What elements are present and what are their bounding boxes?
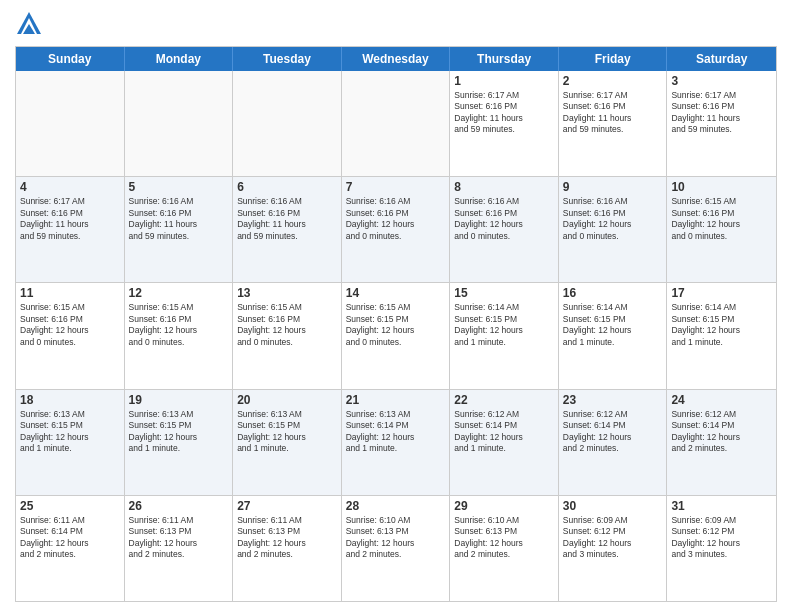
cell-info: Sunrise: 6:15 AM Sunset: 6:16 PM Dayligh…: [237, 302, 337, 348]
calendar-cell: 19Sunrise: 6:13 AM Sunset: 6:15 PM Dayli…: [125, 390, 234, 495]
calendar-header-cell: Wednesday: [342, 47, 451, 71]
cell-info: Sunrise: 6:17 AM Sunset: 6:16 PM Dayligh…: [563, 90, 663, 136]
calendar-header-cell: Sunday: [16, 47, 125, 71]
cell-info: Sunrise: 6:14 AM Sunset: 6:15 PM Dayligh…: [563, 302, 663, 348]
calendar-row: 11Sunrise: 6:15 AM Sunset: 6:16 PM Dayli…: [16, 282, 776, 388]
day-number: 13: [237, 286, 337, 300]
day-number: 21: [346, 393, 446, 407]
day-number: 6: [237, 180, 337, 194]
day-number: 28: [346, 499, 446, 513]
cell-info: Sunrise: 6:12 AM Sunset: 6:14 PM Dayligh…: [671, 409, 772, 455]
calendar-cell: 27Sunrise: 6:11 AM Sunset: 6:13 PM Dayli…: [233, 496, 342, 601]
day-number: 4: [20, 180, 120, 194]
calendar-cell: 3Sunrise: 6:17 AM Sunset: 6:16 PM Daylig…: [667, 71, 776, 176]
calendar-cell: 23Sunrise: 6:12 AM Sunset: 6:14 PM Dayli…: [559, 390, 668, 495]
day-number: 10: [671, 180, 772, 194]
calendar-cell: 8Sunrise: 6:16 AM Sunset: 6:16 PM Daylig…: [450, 177, 559, 282]
calendar-header: SundayMondayTuesdayWednesdayThursdayFrid…: [16, 47, 776, 71]
day-number: 29: [454, 499, 554, 513]
day-number: 5: [129, 180, 229, 194]
calendar-cell: 12Sunrise: 6:15 AM Sunset: 6:16 PM Dayli…: [125, 283, 234, 388]
calendar-cell: 1Sunrise: 6:17 AM Sunset: 6:16 PM Daylig…: [450, 71, 559, 176]
day-number: 31: [671, 499, 772, 513]
cell-info: Sunrise: 6:15 AM Sunset: 6:16 PM Dayligh…: [129, 302, 229, 348]
cell-info: Sunrise: 6:10 AM Sunset: 6:13 PM Dayligh…: [346, 515, 446, 561]
calendar: SundayMondayTuesdayWednesdayThursdayFrid…: [15, 46, 777, 602]
calendar-cell: 25Sunrise: 6:11 AM Sunset: 6:14 PM Dayli…: [16, 496, 125, 601]
day-number: 1: [454, 74, 554, 88]
cell-info: Sunrise: 6:14 AM Sunset: 6:15 PM Dayligh…: [454, 302, 554, 348]
day-number: 18: [20, 393, 120, 407]
cell-info: Sunrise: 6:13 AM Sunset: 6:15 PM Dayligh…: [129, 409, 229, 455]
calendar-cell: 17Sunrise: 6:14 AM Sunset: 6:15 PM Dayli…: [667, 283, 776, 388]
calendar-cell: 13Sunrise: 6:15 AM Sunset: 6:16 PM Dayli…: [233, 283, 342, 388]
calendar-body: 1Sunrise: 6:17 AM Sunset: 6:16 PM Daylig…: [16, 71, 776, 601]
cell-info: Sunrise: 6:15 AM Sunset: 6:16 PM Dayligh…: [20, 302, 120, 348]
calendar-cell: 9Sunrise: 6:16 AM Sunset: 6:16 PM Daylig…: [559, 177, 668, 282]
calendar-cell: 24Sunrise: 6:12 AM Sunset: 6:14 PM Dayli…: [667, 390, 776, 495]
calendar-cell: 11Sunrise: 6:15 AM Sunset: 6:16 PM Dayli…: [16, 283, 125, 388]
calendar-header-cell: Friday: [559, 47, 668, 71]
day-number: 25: [20, 499, 120, 513]
cell-info: Sunrise: 6:14 AM Sunset: 6:15 PM Dayligh…: [671, 302, 772, 348]
cell-info: Sunrise: 6:17 AM Sunset: 6:16 PM Dayligh…: [671, 90, 772, 136]
day-number: 12: [129, 286, 229, 300]
calendar-cell: 31Sunrise: 6:09 AM Sunset: 6:12 PM Dayli…: [667, 496, 776, 601]
logo-icon: [15, 10, 43, 38]
calendar-cell: 21Sunrise: 6:13 AM Sunset: 6:14 PM Dayli…: [342, 390, 451, 495]
calendar-cell: [125, 71, 234, 176]
calendar-cell: 30Sunrise: 6:09 AM Sunset: 6:12 PM Dayli…: [559, 496, 668, 601]
day-number: 11: [20, 286, 120, 300]
calendar-cell: [233, 71, 342, 176]
cell-info: Sunrise: 6:17 AM Sunset: 6:16 PM Dayligh…: [20, 196, 120, 242]
calendar-cell: 20Sunrise: 6:13 AM Sunset: 6:15 PM Dayli…: [233, 390, 342, 495]
day-number: 24: [671, 393, 772, 407]
day-number: 8: [454, 180, 554, 194]
day-number: 9: [563, 180, 663, 194]
day-number: 7: [346, 180, 446, 194]
day-number: 3: [671, 74, 772, 88]
cell-info: Sunrise: 6:16 AM Sunset: 6:16 PM Dayligh…: [129, 196, 229, 242]
page: SundayMondayTuesdayWednesdayThursdayFrid…: [0, 0, 792, 612]
cell-info: Sunrise: 6:11 AM Sunset: 6:14 PM Dayligh…: [20, 515, 120, 561]
cell-info: Sunrise: 6:13 AM Sunset: 6:15 PM Dayligh…: [20, 409, 120, 455]
cell-info: Sunrise: 6:15 AM Sunset: 6:15 PM Dayligh…: [346, 302, 446, 348]
calendar-cell: 10Sunrise: 6:15 AM Sunset: 6:16 PM Dayli…: [667, 177, 776, 282]
cell-info: Sunrise: 6:12 AM Sunset: 6:14 PM Dayligh…: [454, 409, 554, 455]
calendar-cell: 4Sunrise: 6:17 AM Sunset: 6:16 PM Daylig…: [16, 177, 125, 282]
cell-info: Sunrise: 6:09 AM Sunset: 6:12 PM Dayligh…: [563, 515, 663, 561]
calendar-cell: 6Sunrise: 6:16 AM Sunset: 6:16 PM Daylig…: [233, 177, 342, 282]
calendar-cell: 15Sunrise: 6:14 AM Sunset: 6:15 PM Dayli…: [450, 283, 559, 388]
logo: [15, 10, 47, 38]
calendar-cell: 14Sunrise: 6:15 AM Sunset: 6:15 PM Dayli…: [342, 283, 451, 388]
cell-info: Sunrise: 6:16 AM Sunset: 6:16 PM Dayligh…: [563, 196, 663, 242]
calendar-cell: 5Sunrise: 6:16 AM Sunset: 6:16 PM Daylig…: [125, 177, 234, 282]
cell-info: Sunrise: 6:13 AM Sunset: 6:14 PM Dayligh…: [346, 409, 446, 455]
calendar-cell: 2Sunrise: 6:17 AM Sunset: 6:16 PM Daylig…: [559, 71, 668, 176]
day-number: 19: [129, 393, 229, 407]
calendar-cell: 7Sunrise: 6:16 AM Sunset: 6:16 PM Daylig…: [342, 177, 451, 282]
calendar-cell: 18Sunrise: 6:13 AM Sunset: 6:15 PM Dayli…: [16, 390, 125, 495]
day-number: 20: [237, 393, 337, 407]
day-number: 15: [454, 286, 554, 300]
day-number: 22: [454, 393, 554, 407]
calendar-cell: [342, 71, 451, 176]
cell-info: Sunrise: 6:16 AM Sunset: 6:16 PM Dayligh…: [346, 196, 446, 242]
calendar-header-cell: Thursday: [450, 47, 559, 71]
calendar-row: 1Sunrise: 6:17 AM Sunset: 6:16 PM Daylig…: [16, 71, 776, 176]
calendar-cell: 26Sunrise: 6:11 AM Sunset: 6:13 PM Dayli…: [125, 496, 234, 601]
calendar-header-cell: Saturday: [667, 47, 776, 71]
calendar-cell: 16Sunrise: 6:14 AM Sunset: 6:15 PM Dayli…: [559, 283, 668, 388]
cell-info: Sunrise: 6:09 AM Sunset: 6:12 PM Dayligh…: [671, 515, 772, 561]
day-number: 2: [563, 74, 663, 88]
calendar-row: 25Sunrise: 6:11 AM Sunset: 6:14 PM Dayli…: [16, 495, 776, 601]
cell-info: Sunrise: 6:11 AM Sunset: 6:13 PM Dayligh…: [237, 515, 337, 561]
cell-info: Sunrise: 6:17 AM Sunset: 6:16 PM Dayligh…: [454, 90, 554, 136]
day-number: 17: [671, 286, 772, 300]
day-number: 16: [563, 286, 663, 300]
day-number: 14: [346, 286, 446, 300]
cell-info: Sunrise: 6:16 AM Sunset: 6:16 PM Dayligh…: [237, 196, 337, 242]
calendar-cell: 28Sunrise: 6:10 AM Sunset: 6:13 PM Dayli…: [342, 496, 451, 601]
day-number: 26: [129, 499, 229, 513]
calendar-cell: [16, 71, 125, 176]
